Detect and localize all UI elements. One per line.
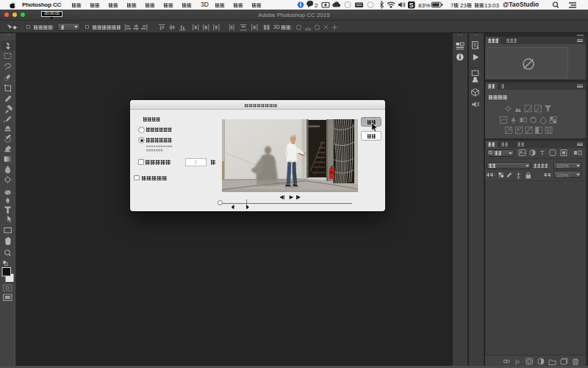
svg-text:T: T <box>540 149 545 157</box>
svg-text:fx: fx <box>515 358 520 365</box>
svg-text:S: S <box>409 1 414 9</box>
svg-text:2: 2 <box>315 2 318 9</box>
